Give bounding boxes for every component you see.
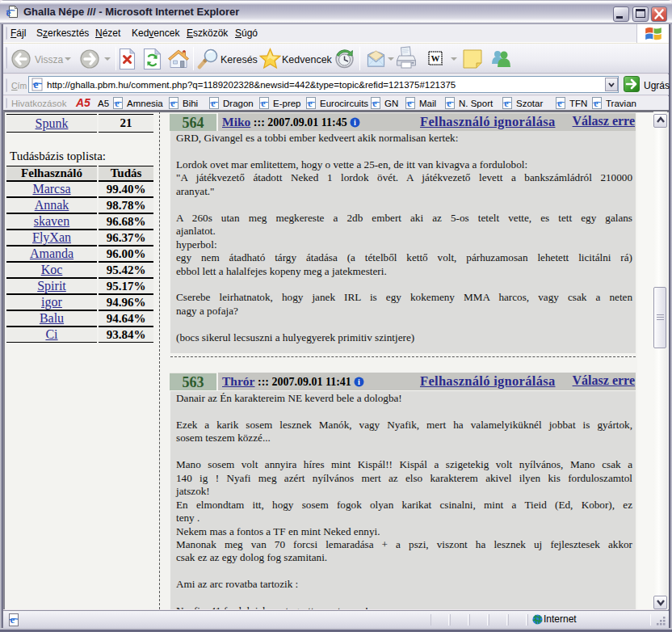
svg-text:e: e [407,98,412,109]
svg-text:e: e [504,98,509,109]
svg-text:e: e [33,78,38,91]
svg-text:e: e [372,98,377,109]
svg-text:e: e [594,98,598,109]
svg-text:e: e [308,98,313,109]
svg-text:e: e [115,98,120,109]
svg-text:i: i [358,377,360,386]
svg-text:e: e [261,98,266,109]
svg-text:i: i [354,118,356,127]
svg-text:e: e [447,98,452,109]
svg-text:e: e [211,98,216,109]
svg-text:e: e [170,98,175,109]
svg-text:e: e [6,6,11,19]
svg-text:W: W [431,53,440,63]
svg-text:A5: A5 [75,97,90,108]
svg-text:e: e [557,98,562,109]
